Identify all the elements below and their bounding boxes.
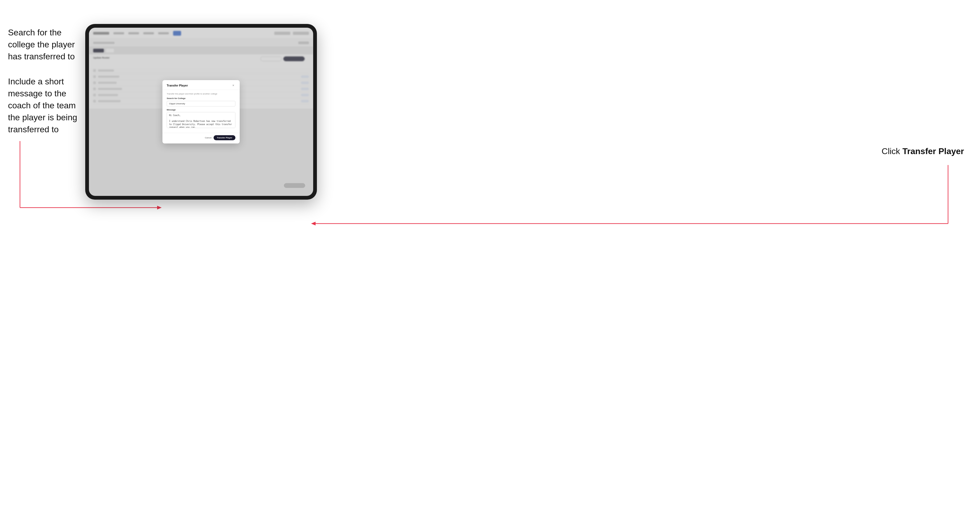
right-annotation-bold: Transfer Player <box>902 146 964 156</box>
svg-marker-2 <box>157 206 162 210</box>
svg-marker-5 <box>311 222 316 225</box>
modal-close-button[interactable]: × <box>231 83 235 87</box>
message-label: Message <box>167 109 235 111</box>
tablet-device: Update Roster <box>85 24 317 200</box>
modal-body: Transfer the player and their profile to… <box>162 90 240 133</box>
search-college-input[interactable] <box>167 101 235 106</box>
annotation-message: Include a short message to the coach of … <box>8 76 83 135</box>
tablet-screen: Update Roster <box>89 28 313 196</box>
message-textarea[interactable]: Hi Coach, I understand Chris Robertson h… <box>167 112 235 128</box>
modal-overlay: Transfer Player × Transfer the player an… <box>89 28 313 196</box>
right-annotation: Click Transfer Player <box>882 146 964 156</box>
cancel-button[interactable]: Cancel <box>205 137 212 139</box>
modal-title: Transfer Player <box>167 84 188 87</box>
annotation-search: Search for the college the player has tr… <box>8 27 83 62</box>
modal-header: Transfer Player × <box>162 80 240 90</box>
modal-footer: Cancel Transfer Player <box>162 133 240 143</box>
search-college-label: Search for College <box>167 97 235 100</box>
left-annotations-container: Search for the college the player has tr… <box>8 27 83 149</box>
right-annotation-prefix: Click <box>882 146 902 156</box>
transfer-player-modal: Transfer Player × Transfer the player an… <box>162 80 240 143</box>
modal-subtitle: Transfer the player and their profile to… <box>167 93 235 95</box>
transfer-player-button[interactable]: Transfer Player <box>213 135 235 140</box>
